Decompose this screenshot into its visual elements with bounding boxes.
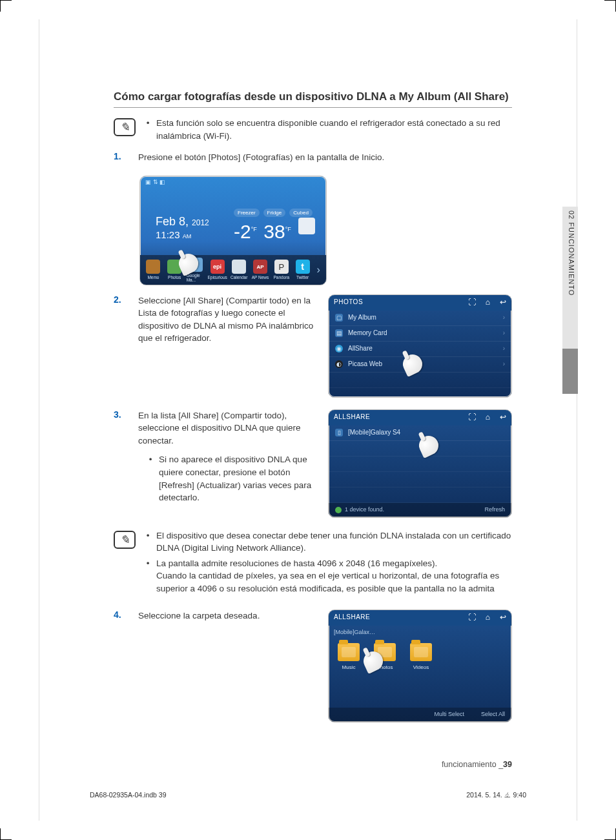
chip-cubed: Cubed	[289, 209, 313, 217]
panel-controls: ⛶ ⌂ ↩	[468, 412, 506, 423]
page-footer: funcionamiento _39	[114, 760, 512, 769]
panel-controls: ⛶ ⌂ ↩	[468, 612, 506, 623]
step-4: 4. Seleccione la carpeta deseada. ALLSHA…	[114, 610, 512, 722]
panel-controls: ⛶ ⌂ ↩	[468, 297, 506, 308]
home-dock: Memo Photos Google Ma... epiEpicurious C…	[140, 255, 326, 285]
list-item-picasa[interactable]: ◐Picasa Web›	[329, 357, 511, 373]
panel-title: PHOTOS	[334, 298, 363, 307]
freezer-temp: -2°F	[234, 221, 257, 242]
home-time: 11:23 AM	[156, 229, 191, 240]
chevron-right-icon: ›	[503, 344, 505, 354]
step-3: 3. En la lista [All Share] (Compartir to…	[114, 409, 512, 518]
dock-epicurious[interactable]: epiEpicurious	[207, 260, 227, 280]
device-row[interactable]: ▯[Mobile]Galaxy S4	[329, 425, 511, 441]
home-icon[interactable]: ⌂	[486, 412, 491, 423]
home-date: Feb 8, 2012	[156, 215, 209, 229]
note-block: ✎ • Esta función solo se encuentra dispo…	[114, 117, 512, 142]
panel-header: PHOTOS ⛶ ⌂ ↩	[329, 295, 511, 311]
fridge-temp: 38°F	[263, 221, 291, 242]
list-item-allshare[interactable]: ◉AllShare›	[329, 342, 511, 357]
screenshot-photos-list: PHOTOS ⛶ ⌂ ↩ ▢My Album› ▤Memory Card› ◉A…	[328, 294, 512, 398]
apnews-icon: AP	[253, 260, 267, 274]
status-icons: ▣ ⇅ ◧	[145, 179, 165, 185]
panel-title: ALLSHARE	[334, 613, 370, 622]
step-2: 2. Seleccione [All Share] (Compartir tod…	[114, 294, 512, 398]
sub-bullet: • Si no aparece el dispositivo DNLA que …	[149, 453, 315, 504]
dock-photos[interactable]: Photos	[165, 260, 184, 280]
dock-twitter[interactable]: tTwitter	[293, 260, 312, 280]
dock-apnews[interactable]: APAP News	[251, 260, 270, 280]
chip-fridge: Fridge	[263, 209, 286, 217]
note-icon: ✎	[114, 118, 136, 136]
step-text: Seleccione [All Share] (Compartir todo) …	[138, 294, 315, 345]
memory-card-icon: ▤	[335, 329, 343, 337]
expand-icon[interactable]: ⛶	[468, 297, 477, 308]
chevron-right-icon: ›	[503, 360, 505, 369]
dock-calendar[interactable]: Calendar	[230, 260, 249, 280]
step-number: 4.	[114, 610, 127, 722]
devices-found: 1 device found.	[335, 506, 384, 514]
panel-footer: Multi Select Select All	[329, 708, 511, 722]
list-item-my-album[interactable]: ▢My Album›	[329, 311, 511, 326]
note-block: ✎ • El dispositivo que desea conectar de…	[114, 529, 512, 595]
folder-photos[interactable]: Photos	[374, 643, 396, 671]
dock-scroll-right[interactable]: ›	[314, 264, 322, 276]
panel-title: ALLSHARE	[334, 413, 370, 422]
breadcrumb: [Mobile]Galax…	[329, 626, 511, 637]
print-date: 2014. 5. 14. 소 9:40	[466, 791, 526, 799]
folder-icon	[374, 643, 396, 661]
panel-footer: 1 device found. Refresh	[329, 503, 511, 517]
map-icon	[189, 258, 203, 272]
page-frame: 02 FUNCIONAMIENTO Cómo cargar fotografía…	[39, 19, 577, 821]
photos-list: ▢My Album› ▤Memory Card› ◉AllShare› ◐Pic…	[329, 311, 511, 398]
section-tab-marker	[562, 349, 578, 394]
ice-type-icon	[298, 218, 315, 234]
picasa-icon: ◐	[335, 360, 343, 368]
list-item-memory-card[interactable]: ▤Memory Card›	[329, 326, 511, 342]
epicurious-icon: epi	[210, 260, 225, 274]
step-text: Seleccione la carpeta deseada.	[138, 610, 315, 622]
step-1: 1. Presione el botón [Photos] (Fotografí…	[114, 151, 512, 164]
folder-icon	[338, 643, 360, 661]
calendar-icon	[232, 260, 246, 274]
note-icon: ✎	[114, 531, 136, 549]
screenshot-allshare-devices: ALLSHARE ⛶ ⌂ ↩ ▯[Mobile]Galaxy S4 1 devi…	[328, 409, 512, 518]
note-text: • Esta función solo se encuentra disponi…	[146, 117, 512, 142]
home-icon[interactable]: ⌂	[486, 612, 491, 623]
panel-header: ALLSHARE ⛶ ⌂ ↩	[329, 610, 511, 626]
chip-freezer: Freezer	[234, 209, 260, 217]
back-icon[interactable]: ↩	[500, 412, 507, 423]
album-icon: ▢	[335, 314, 343, 322]
print-footer: DA68-02935A-04.indb 39 2014. 5. 14. 소 9…	[90, 791, 526, 799]
folder-music[interactable]: Music	[338, 643, 360, 671]
step-text: Presione el botón [Photos] (Fotografías)…	[138, 151, 512, 164]
note-item: • El dispositivo que desea conectar debe…	[146, 529, 512, 555]
note-text-body: Esta función solo se encuentra disponibl…	[156, 117, 512, 142]
select-all-button[interactable]: Select All	[481, 710, 505, 719]
multi-select-button[interactable]: Multi Select	[434, 710, 464, 719]
allshare-icon: ◉	[335, 345, 343, 353]
dock-pandora[interactable]: PPandora	[272, 260, 291, 280]
memo-icon	[146, 260, 160, 274]
screenshot-home: ▣ ⇅ ◧ Feb 8, 2012 11:23 AM Freezer Fridg…	[139, 176, 327, 285]
back-icon[interactable]: ↩	[500, 297, 507, 308]
crop-mark	[604, 828, 616, 840]
section-tab-label: 02 FUNCIONAMIENTO	[562, 207, 578, 349]
panel-header: ALLSHARE ⛶ ⌂ ↩	[329, 410, 511, 425]
note-item: • La pantalla admite resoluciones de has…	[146, 557, 512, 595]
refresh-button[interactable]: Refresh	[484, 506, 505, 514]
screenshot-allshare-folders: ALLSHARE ⛶ ⌂ ↩ [Mobile]Galax… Music Phot…	[328, 610, 512, 722]
step-text: En la lista [All Share] (Compartir todo)…	[138, 409, 315, 504]
folder-grid: Music Photos Videos	[329, 637, 511, 678]
expand-icon[interactable]: ⛶	[468, 412, 477, 423]
dock-map[interactable]: Google Ma...	[187, 258, 205, 282]
folder-videos[interactable]: Videos	[410, 643, 432, 671]
crop-mark	[0, 0, 12, 12]
twitter-icon: t	[296, 260, 310, 274]
photos-icon	[167, 260, 181, 274]
page-title: Cómo cargar fotografías desde un disposi…	[114, 90, 512, 108]
home-icon[interactable]: ⌂	[486, 297, 491, 308]
back-icon[interactable]: ↩	[500, 612, 507, 623]
dock-memo[interactable]: Memo	[144, 260, 163, 280]
expand-icon[interactable]: ⛶	[468, 612, 477, 623]
